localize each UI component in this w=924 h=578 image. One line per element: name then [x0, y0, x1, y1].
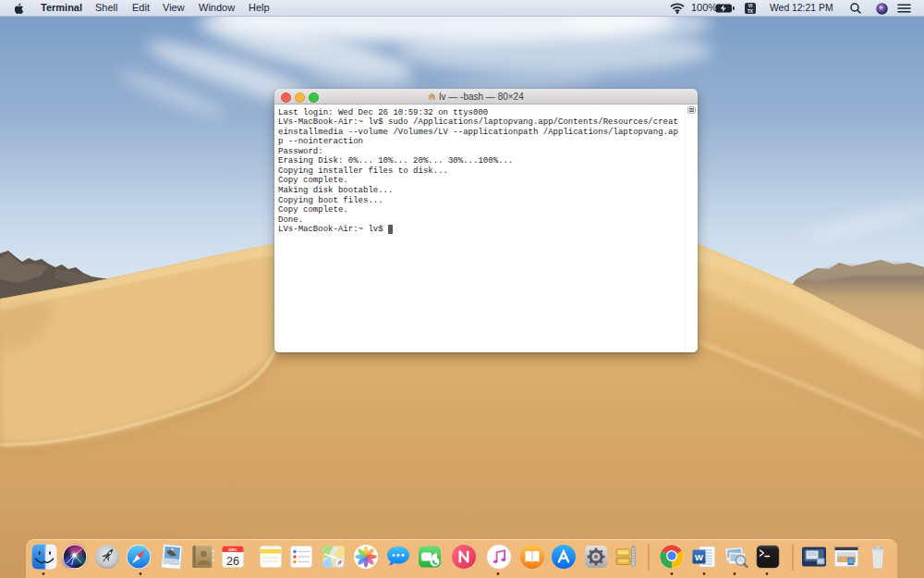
svg-text:W: W — [695, 552, 703, 562]
svg-text:DEC: DEC — [228, 547, 237, 552]
svg-text:26: 26 — [226, 555, 239, 568]
